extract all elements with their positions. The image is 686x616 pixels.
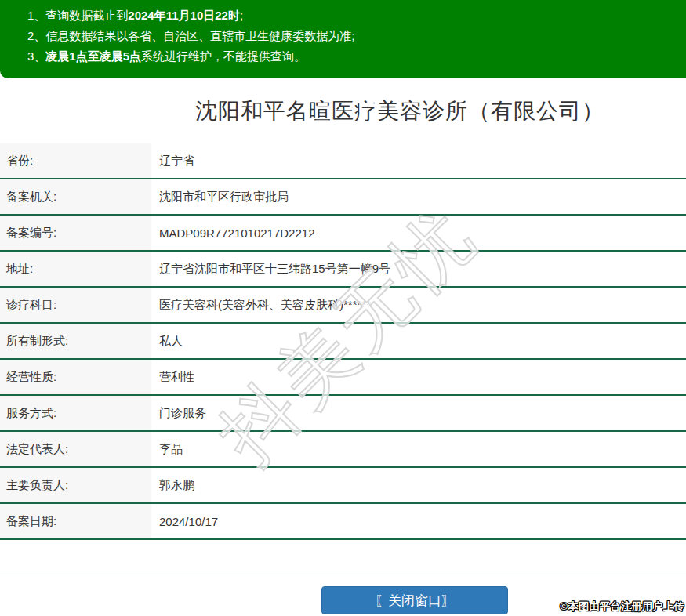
copyright-note: ©本图由平台注册用户上传: [560, 600, 684, 614]
title-bar: 沈阳和平名暄医疗美容诊所（有限公司）: [114, 78, 686, 143]
record-label: 备案机关:: [0, 179, 151, 214]
record-value: 门诊服务: [151, 396, 686, 430]
record-label: 地址:: [0, 252, 151, 286]
record-value: 辽宁省: [151, 143, 686, 178]
table-row-filing-date: 备案日期: 2024/10/17: [0, 504, 686, 540]
page-title: 沈阳和平名暄医疗美容诊所（有限公司）: [195, 96, 604, 126]
record-label: 备案编号:: [0, 216, 151, 250]
notice-banner: 1、查询数据截止到2024年11月10日22时; 2、信息数据结果以各省、自治区…: [0, 0, 686, 78]
record-label: 所有制形式:: [0, 324, 151, 358]
table-row-address: 地址: 辽宁省沈阳市和平区十三纬路15号第一幢9号: [0, 252, 686, 288]
record-label: 省份:: [0, 143, 151, 178]
record-value: 私人: [151, 324, 686, 358]
table-row-treatment-subjects: 诊疗科目: 医疗美容科(美容外科、美容皮肤科)******: [0, 288, 686, 324]
table-row-legal-representative: 法定代表人: 李晶: [0, 432, 686, 468]
record-value: 营利性: [151, 360, 686, 394]
notice-line-2: 2、信息数据结果以各省、自治区、直辖市卫生健康委数据为准;: [27, 26, 678, 46]
record-value: 医疗美容科(美容外科、美容皮肤科)******: [151, 288, 686, 322]
record-label: 服务方式:: [0, 396, 151, 430]
notice-line-3: 3、凌晨1点至凌晨5点系统进行维护，不能提供查询。: [27, 46, 678, 67]
record-value: 辽宁省沈阳市和平区十三纬路15号第一幢9号: [151, 252, 686, 286]
table-row-person-in-charge: 主要负责人: 郭永鹏: [0, 468, 686, 504]
table-row-service-mode: 服务方式: 门诊服务: [0, 396, 686, 432]
notice-line-1: 1、查询数据截止到2024年11月10日22时;: [27, 5, 678, 26]
record-table: 省份: 辽宁省 备案机关: 沈阳市和平区行政审批局 备案编号: MADP09R7…: [0, 143, 686, 540]
table-row-business-nature: 经营性质: 营利性: [0, 360, 686, 396]
record-value: 郭永鹏: [151, 468, 686, 502]
record-label: 法定代表人:: [0, 432, 151, 466]
table-row-province: 省份: 辽宁省: [0, 143, 686, 179]
record-value: 李晶: [151, 432, 686, 466]
table-row-filing-number: 备案编号: MADP09R7721010217D2212: [0, 216, 686, 252]
record-value: 2024/10/17: [151, 504, 686, 538]
record-label: 备案日期:: [0, 504, 151, 538]
table-row-filing-authority: 备案机关: 沈阳市和平区行政审批局: [0, 179, 686, 216]
record-value: 沈阳市和平区行政审批局: [151, 179, 686, 214]
record-label: 诊疗科目:: [0, 288, 151, 322]
record-label: 主要负责人:: [0, 468, 151, 502]
footer-divider: [0, 574, 686, 574]
table-row-ownership-form: 所有制形式: 私人: [0, 324, 686, 360]
record-label: 经营性质:: [0, 360, 151, 394]
record-value: MADP09R7721010217D2212: [151, 216, 686, 250]
close-window-button[interactable]: 〖关闭窗口〗: [321, 586, 508, 614]
